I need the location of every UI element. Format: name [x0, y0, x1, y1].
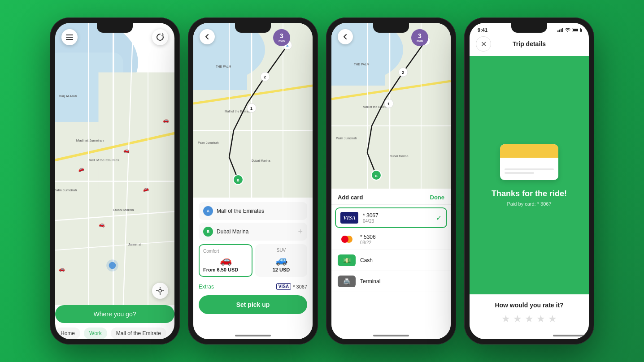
refresh-button[interactable]	[152, 29, 168, 45]
svg-text:Palm Jumeirah: Palm Jumeirah	[198, 141, 219, 144]
origin-row: A Mall of the Emirates	[199, 202, 307, 220]
star-1[interactable]: ★	[501, 313, 510, 325]
svg-text:Dubai Marina: Dubai Marina	[113, 208, 135, 212]
selected-check-icon: ✓	[436, 214, 442, 222]
comfort-label: Comfort	[203, 249, 248, 254]
eta-badge-p2: 3 min	[273, 29, 290, 46]
thanks-subtitle: Paid by card: * 3067	[507, 201, 551, 207]
dest-mall[interactable]: Mall of the Emirate	[111, 328, 166, 339]
svg-rect-29	[66, 39, 73, 40]
ride-options: Comfort 🚗 From 6.50 USD SUV 🚙 12 USD	[199, 244, 307, 277]
svg-rect-4	[99, 73, 174, 191]
svg-text:Burj Al Arab: Burj Al Arab	[59, 94, 77, 98]
cash-icon: 💵	[338, 254, 356, 266]
add-card-label: Add card	[338, 194, 363, 201]
add-stop-btn[interactable]: +	[298, 227, 303, 237]
svg-rect-28	[66, 37, 73, 38]
star-3[interactable]: ★	[525, 313, 534, 325]
back-button-p2[interactable]	[200, 29, 215, 44]
terminal-info: Terminal	[360, 278, 444, 284]
svg-text:Dubai Marina: Dubai Marina	[252, 159, 270, 162]
visa-icon: VISA	[340, 212, 358, 224]
visa-expiry: 04/23	[363, 219, 431, 224]
trip-details-header: ✕ Trip details	[470, 33, 589, 56]
set-pickup-button[interactable]: Set pick up	[199, 295, 307, 314]
receipt-card	[500, 144, 558, 180]
route-map-area: Mall of the Emirates Palm Jumeirah Dubai…	[193, 23, 313, 198]
route-bottom-panel: A Mall of the Emirates B Dubai Marina + …	[193, 198, 313, 339]
phone-1-screen: Burj Al Arab Madinat Jumeirah Mall of th…	[55, 23, 174, 339]
comfort-option[interactable]: Comfort 🚗 From 6.50 USD	[199, 244, 252, 277]
star-2[interactable]: ★	[513, 313, 522, 325]
terminal-option[interactable]: 🖨️ Terminal	[331, 271, 451, 292]
phone-4-screen: 9:41	[470, 23, 589, 339]
visa-option[interactable]: VISA * 3067 04/23 ✓	[335, 207, 447, 228]
locate-button[interactable]	[152, 283, 168, 299]
mc-option[interactable]: * 5306 08/22	[331, 229, 451, 250]
svg-text:THE PALM: THE PALM	[216, 65, 231, 68]
thanks-green-section: Thanks for the ride! Paid by card: * 306…	[470, 56, 589, 294]
phone-3-screen: Mall of the Emirates Palm Jumeirah Dubai…	[331, 23, 451, 339]
where-to-search[interactable]: Where you go?	[55, 305, 174, 323]
menu-button[interactable]	[61, 29, 78, 45]
svg-text:🚗: 🚗	[59, 266, 65, 272]
suv-label: SUV	[277, 248, 286, 253]
comfort-car-icon: 🚗	[203, 254, 248, 266]
svg-text:Madinat Jumeirah: Madinat Jumeirah	[76, 138, 104, 142]
star-4[interactable]: ★	[536, 313, 545, 325]
dest-home[interactable]: Home	[55, 328, 80, 339]
mc-expiry: 08/22	[360, 240, 444, 245]
wifi-icon	[565, 28, 570, 32]
svg-text:2: 2	[402, 70, 404, 75]
payment-header: Add card Done	[331, 189, 451, 205]
svg-text:🚗: 🚗	[163, 117, 169, 123]
home-indicator-p2	[235, 335, 271, 336]
phone-4: 9:41	[464, 17, 594, 345]
star-5[interactable]: ★	[548, 313, 557, 325]
thanks-title: Thanks for the ride!	[492, 189, 567, 198]
trip-details-title: Trip details	[513, 40, 546, 47]
card-number: * 3067	[293, 284, 307, 289]
svg-rect-77	[561, 29, 562, 32]
visa-info: * 3067 04/23	[363, 212, 431, 224]
card-badge[interactable]: VISA * 3067	[276, 283, 307, 290]
phone-3: Mall of the Emirates Palm Jumeirah Dubai…	[326, 17, 456, 345]
phone-2: Mall of the Emirates Palm Jumeirah Dubai…	[188, 17, 318, 345]
eta-badge-p3: 3 min	[411, 29, 428, 46]
suv-car-icon: 🚙	[275, 254, 287, 266]
dest-work[interactable]: Work	[84, 328, 107, 339]
terminal-icon: 🖨️	[338, 276, 356, 287]
visa-name: * 3067	[363, 212, 431, 219]
cash-name: Cash	[360, 257, 444, 263]
extras-label[interactable]: Extras	[199, 284, 214, 290]
phone-2-screen: Mall of the Emirates Palm Jumeirah Dubai…	[193, 23, 313, 339]
svg-rect-76	[559, 30, 561, 32]
svg-rect-75	[557, 30, 559, 32]
svg-text:2: 2	[264, 75, 266, 79]
receipt-card-header	[500, 144, 558, 158]
suv-option[interactable]: SUV 🚙 12 USD	[255, 244, 307, 277]
svg-text:Jumeirah: Jumeirah	[128, 242, 143, 246]
status-time: 9:41	[478, 27, 487, 33]
status-icons	[557, 28, 581, 32]
dest-dot: B	[203, 227, 213, 237]
done-button[interactable]: Done	[430, 194, 445, 201]
svg-text:🚗: 🚗	[98, 221, 105, 228]
stars-row: ★ ★ ★ ★ ★	[501, 313, 557, 325]
payment-map-area: Mall of the Emirates Palm Jumeirah Dubai…	[331, 23, 451, 189]
home-indicator-p4	[553, 335, 589, 336]
mc-name: * 5306	[360, 234, 444, 240]
phone-1: Burj Al Arab Madinat Jumeirah Mall of th…	[50, 17, 180, 345]
svg-text:1: 1	[250, 106, 252, 111]
map-home-area: Burj Al Arab Madinat Jumeirah Mall of th…	[55, 23, 174, 305]
svg-text:Dubai Marina: Dubai Marina	[390, 155, 409, 158]
suv-price: 12 USD	[273, 267, 290, 272]
svg-text:1: 1	[387, 102, 390, 106]
rating-section: How would you rate it? ★ ★ ★ ★ ★	[470, 294, 589, 332]
back-button-p3[interactable]	[338, 29, 353, 44]
payment-panel: Add card Done VISA * 3067 04/23 ✓ *	[331, 189, 451, 339]
dest-text: Dubai Marina	[217, 228, 294, 235]
cash-option[interactable]: 💵 Cash	[331, 250, 451, 271]
close-button[interactable]: ✕	[476, 36, 491, 52]
svg-text:Mall of the Emirates: Mall of the Emirates	[88, 158, 119, 162]
